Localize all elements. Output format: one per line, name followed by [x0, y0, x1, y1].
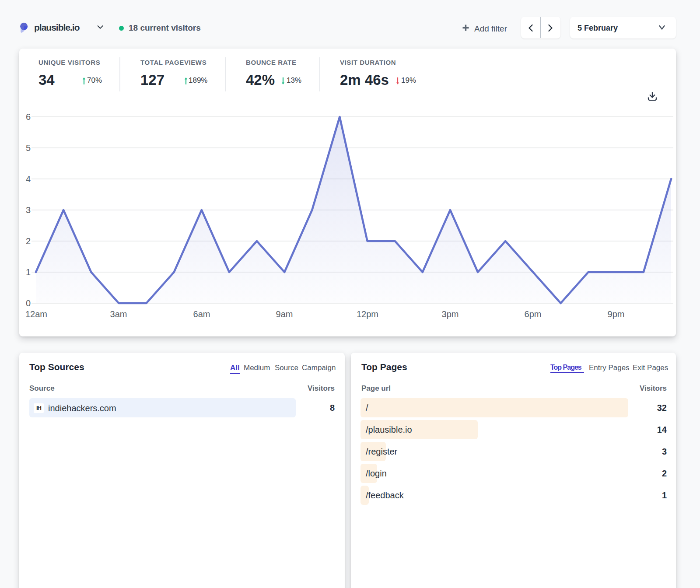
svg-text:12pm: 12pm: [357, 309, 378, 319]
svg-text:5: 5: [26, 143, 31, 153]
svg-text:3pm: 3pm: [442, 309, 459, 319]
svg-text:9pm: 9pm: [608, 309, 625, 319]
svg-text:6am: 6am: [193, 309, 210, 319]
svg-text:2: 2: [26, 236, 31, 246]
svg-text:9am: 9am: [276, 309, 293, 319]
svg-text:1: 1: [26, 267, 31, 277]
svg-text:6: 6: [26, 112, 31, 122]
svg-text:0: 0: [26, 298, 31, 308]
svg-text:6pm: 6pm: [525, 309, 542, 319]
svg-text:3: 3: [26, 205, 31, 215]
svg-text:4: 4: [26, 174, 31, 184]
svg-text:3am: 3am: [110, 309, 127, 319]
svg-text:12am: 12am: [25, 309, 47, 319]
